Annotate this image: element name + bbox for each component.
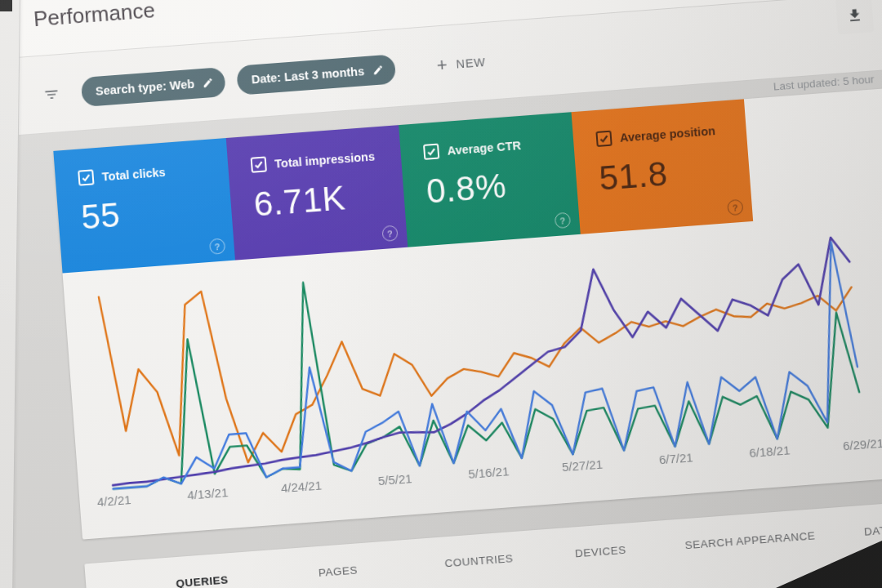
metric-card-header: Average position (595, 120, 746, 147)
tab-countries[interactable]: COUNTRIES (444, 552, 514, 569)
help-icon[interactable]: ? (381, 225, 398, 242)
metric-card[interactable]: Total impressions 6.71K ? (226, 125, 408, 260)
metric-card-header: Average CTR (423, 133, 574, 160)
metric-card[interactable]: Total clicks 55 ? (53, 138, 235, 273)
filter-chips: Search type: Web Date: Last 3 months (81, 53, 409, 107)
filter-list-icon[interactable] (42, 86, 60, 104)
help-icon[interactable]: ? (209, 238, 225, 255)
checkbox-checked-icon[interactable] (423, 144, 439, 160)
metric-card-label: Average CTR (447, 138, 521, 157)
bezel-corner-top-left (0, 0, 12, 11)
tab-search-appearance[interactable]: SEARCH APPEARANCE (684, 529, 816, 551)
screen-photo: Performance Search type: Web Date: Last … (0, 0, 882, 588)
download-icon (846, 7, 863, 24)
new-filter-label: NEW (456, 56, 486, 71)
series-average-position (99, 241, 862, 473)
export-button[interactable] (835, 0, 874, 34)
metric-card-label: Total clicks (101, 165, 166, 183)
checkbox-checked-icon[interactable] (595, 131, 612, 147)
search-console-ui: Performance Search type: Web Date: Last … (0, 0, 882, 588)
metric-card-value: 6.71K (252, 174, 405, 225)
tab-dates[interactable]: DATES (864, 523, 882, 537)
metric-card-value: 51.8 (598, 148, 751, 198)
metric-card[interactable]: Average CTR 0.8% ? (399, 112, 581, 247)
tab-devices[interactable]: DEVICES (575, 544, 627, 560)
filter-chip[interactable]: Search type: Web (81, 67, 227, 107)
pencil-icon (203, 77, 215, 89)
metric-card-label: Average position (619, 124, 715, 145)
page-title: Performance (33, 0, 156, 32)
metric-card-header: Total impressions (251, 146, 402, 173)
pencil-icon (372, 64, 385, 76)
metric-card-value: 55 (80, 187, 233, 238)
filter-chip-label: Search type: Web (95, 78, 194, 98)
checkbox-checked-icon[interactable] (251, 156, 267, 172)
performance-panel: Total clicks 55 ? Total impressions 6.71… (53, 87, 882, 540)
metric-card-value: 0.8% (425, 161, 578, 212)
metric-card-label: Total impressions (274, 149, 376, 170)
checkbox-checked-icon[interactable] (78, 169, 94, 185)
plus-icon: + (436, 56, 448, 74)
metric-card[interactable]: Average position 51.8 ? (572, 99, 754, 234)
metric-card-header: Total clicks (78, 159, 229, 186)
tab-pages[interactable]: PAGES (318, 564, 358, 579)
tab-queries[interactable]: QUERIES (176, 573, 229, 588)
new-filter-button[interactable]: + NEW (431, 51, 492, 75)
filter-chip[interactable]: Date: Last 3 months (237, 54, 397, 95)
help-icon[interactable]: ? (555, 212, 571, 229)
help-icon[interactable]: ? (727, 199, 743, 216)
filter-chip-label: Date: Last 3 months (251, 65, 364, 86)
